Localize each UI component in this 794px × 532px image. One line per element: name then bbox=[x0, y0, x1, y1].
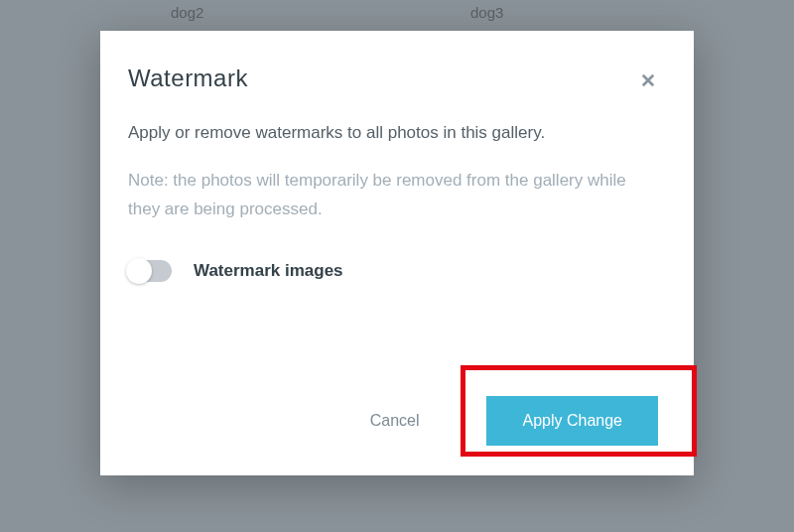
modal-header: Watermark bbox=[128, 65, 658, 92]
apply-change-button[interactable]: Apply Change bbox=[486, 396, 658, 446]
watermark-toggle-label: Watermark images bbox=[194, 261, 343, 281]
modal-description: Apply or remove watermarks to all photos… bbox=[128, 120, 658, 146]
cancel-button[interactable]: Cancel bbox=[370, 412, 420, 430]
modal-title: Watermark bbox=[128, 65, 248, 92]
close-button[interactable] bbox=[638, 70, 658, 90]
thumbnail-label: dog2 bbox=[171, 4, 203, 21]
thumbnail-label: dog3 bbox=[470, 4, 503, 21]
modal-note: Note: the photos will temporarily be rem… bbox=[128, 166, 658, 225]
toggle-knob bbox=[126, 258, 152, 284]
watermark-toggle-row: Watermark images bbox=[128, 260, 658, 282]
close-icon bbox=[639, 71, 657, 89]
watermark-toggle[interactable] bbox=[128, 260, 172, 282]
watermark-modal: Watermark Apply or remove watermarks to … bbox=[100, 31, 694, 475]
modal-footer: Cancel Apply Change bbox=[370, 396, 658, 446]
